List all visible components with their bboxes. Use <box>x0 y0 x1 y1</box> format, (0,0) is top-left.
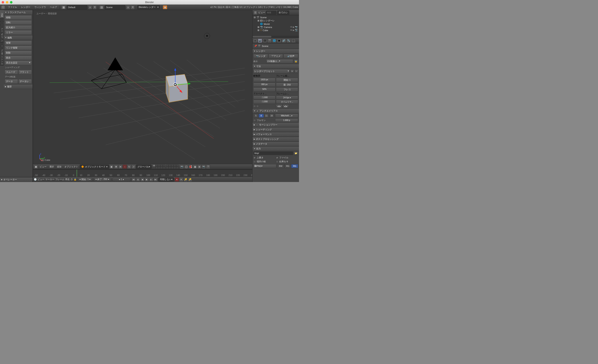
timeline-editor[interactable]: -50-40-30-20-100102030405060708090100110… <box>33 169 252 177</box>
orientation-dropdown[interactable]: グローバル ▾ <box>136 165 152 169</box>
data-button[interactable]: データ <box>5 79 18 84</box>
timeline-menu-marker[interactable]: マーカー <box>45 178 54 181</box>
res-y-field[interactable]: 080 px <box>253 83 275 87</box>
panel-motionblur[interactable]: ▶モーションブラー <box>252 122 299 127</box>
editor-type-properties-icon[interactable]: ≡ <box>253 39 257 43</box>
mirror-button[interactable]: ミラー <box>5 30 32 35</box>
output-path-field[interactable]: /tmp/ <box>253 152 293 155</box>
aa-filter-size-field[interactable]: 1.000 p <box>275 119 298 122</box>
remove-scene-button[interactable]: ✕ <box>131 5 134 9</box>
render-icon[interactable]: 📷 <box>295 29 298 32</box>
file-ext-checkbox[interactable]: ファイル <box>276 156 298 159</box>
add-layout-button[interactable]: + <box>88 5 92 9</box>
auto-keyframe-button[interactable]: ● <box>175 178 179 182</box>
tab-world-icon[interactable]: 🌐 <box>272 39 277 43</box>
aa-11-button[interactable]: 11 <box>264 114 269 118</box>
cache-result-checkbox[interactable]: 結果をキ <box>276 160 298 163</box>
shade-flat-button[interactable]: フラット <box>18 70 32 74</box>
tree-world[interactable]: 🌐 World <box>253 22 299 25</box>
tree-renderlayers[interactable]: ⊞🎞 レンダーレ <box>253 19 299 22</box>
display-mode-dropdown[interactable]: UV画像エ...▾ <box>266 59 293 64</box>
zoom-window-button[interactable] <box>10 1 12 4</box>
render-engine-dropdown[interactable]: Blenderレンダー▾ <box>137 5 160 9</box>
tree-cube[interactable]: ⊞▽ Cube👁▶📷 <box>253 29 299 32</box>
3d-viewport[interactable]: ユーザー・透視投影 <box>33 10 252 182</box>
aa-filter-dropdown[interactable]: Mitchell-...▾ <box>275 114 298 118</box>
start-frame-field[interactable]: ◂開始: 1▸ <box>77 177 93 182</box>
minimize-window-button[interactable] <box>6 1 8 4</box>
outliner-search-input[interactable] <box>266 11 276 15</box>
add-scene-button[interactable]: + <box>126 5 130 9</box>
close-window-button[interactable] <box>2 1 4 4</box>
opengl-anim-icon[interactable]: 🎬 <box>206 165 210 169</box>
manipulator-rotate-icon[interactable]: ↻ <box>127 165 131 169</box>
panel-header-edit[interactable]: ▼編集 <box>4 35 33 40</box>
scene-dropdown[interactable]: Scene <box>105 5 125 9</box>
jump-start-button[interactable]: ⏮ <box>132 178 136 181</box>
tab-create[interactable]: 作成 <box>0 18 4 22</box>
tab-object-icon[interactable]: ▣ <box>277 39 281 43</box>
jump-end-button[interactable]: ⏭ <box>153 178 158 181</box>
remove-layout-button[interactable]: ✕ <box>93 5 97 9</box>
jump-next-keyframe-button[interactable]: ⏵ <box>149 178 153 181</box>
editor-type-icon[interactable]: ⓘ <box>1 5 5 9</box>
render-icon[interactable]: 📷 <box>295 26 298 28</box>
scale-button[interactable]: 拡大縮小 <box>5 25 32 30</box>
outliner-scrollbar[interactable] <box>252 36 299 38</box>
screen-browse-icon[interactable]: ▦ <box>61 5 66 9</box>
panel-antialias[interactable]: ▼アンチエイリアス <box>252 109 299 113</box>
tab-physics[interactable]: 物理演算 <box>0 42 4 46</box>
full-sample-checkbox[interactable]: フルサン <box>253 119 274 122</box>
scene-browse-icon[interactable]: ▤ <box>99 5 104 9</box>
outliner-filter-dropdown[interactable]: 全てのシ <box>277 11 289 15</box>
snap-icon[interactable]: 🧲 <box>189 165 193 169</box>
editor-type-3dview-icon[interactable]: ▣ <box>34 165 38 169</box>
bw-mode-button[interactable]: BW <box>277 164 284 168</box>
panel-metadata[interactable]: ▶メタデータ <box>252 142 299 146</box>
viewport-shading-icon[interactable]: ◉ <box>109 165 114 169</box>
menu-object[interactable]: オブジェクト <box>63 165 79 169</box>
aa-8-button[interactable]: 8 <box>258 114 264 118</box>
render-image-button[interactable]: 📷レンダ <box>253 54 268 58</box>
rgb-mode-button[interactable]: RG <box>284 164 291 168</box>
shade-smooth-button[interactable]: スムーズ <box>5 70 18 74</box>
overwrite-checkbox[interactable]: 上書き <box>253 156 275 159</box>
panel-header-history[interactable]: ▶履歴 <box>4 84 33 89</box>
editor-type-outliner-icon[interactable]: ☰ <box>253 11 257 15</box>
tab-scene-icon[interactable]: 🎬 <box>267 39 272 43</box>
res-pct-field[interactable]: 50% <box>253 87 275 92</box>
sync-mode-dropdown[interactable]: 同期しない ▾ <box>158 178 174 182</box>
aa-5-button[interactable]: 5 <box>253 114 258 118</box>
translate-button[interactable]: 移動 <box>5 15 32 20</box>
layer-buttons[interactable] <box>153 165 179 169</box>
tree-scene[interactable]: ⊟🎬 Scene <box>253 16 299 19</box>
placeholders-checkbox[interactable]: 場所の確 <box>253 160 275 163</box>
keying-set-icon[interactable]: ▾ <box>179 178 183 182</box>
outliner-menu-view[interactable]: ビュー <box>258 11 265 14</box>
aspect-x-field[interactable]: : 1.000 <box>253 96 275 99</box>
panel-header-transform[interactable]: ▼トランスフォーム <box>4 10 33 15</box>
manipulator-translate-icon[interactable]: ↕ <box>123 165 127 169</box>
render-anim-button[interactable]: 🎬アニメ <box>268 54 283 58</box>
insert-keyframe-icon[interactable]: 🔑 <box>183 178 188 182</box>
menu-view[interactable]: ビュー <box>38 165 48 169</box>
panel-render[interactable]: ▼レンダー <box>252 49 299 54</box>
menu-help[interactable]: ヘルプ <box>48 5 58 9</box>
delete-button[interactable]: 削除 <box>5 50 32 55</box>
snap-target-icon[interactable]: ⊕ <box>197 165 201 169</box>
manipulator-toggle-icon[interactable]: ⬌ <box>118 165 123 169</box>
time-cursor[interactable] <box>77 170 77 177</box>
range-toggle-icon[interactable]: ⏱ <box>71 178 73 181</box>
menu-window[interactable]: ウィンドウ <box>33 5 48 9</box>
tab-renderlayers-icon[interactable]: 🎞 <box>262 39 267 43</box>
render-audio-button[interactable]: 🔊音声 <box>283 54 298 58</box>
preset-remove-button[interactable]: − <box>294 70 298 73</box>
tab-render-icon[interactable]: 📷 <box>258 39 262 43</box>
jump-prev-keyframe-button[interactable]: ⏴ <box>136 178 140 181</box>
lock-camera-icon[interactable]: 📷 <box>180 165 184 169</box>
panel-performance[interactable]: ▶パフォーマンス <box>252 132 299 137</box>
old-mapping-field[interactable]: ◂1▸ <box>276 104 282 108</box>
eye-icon[interactable]: 👁 <box>290 26 292 28</box>
pivot-icon[interactable]: ✥ <box>114 165 118 169</box>
tab-relations[interactable]: 関係 <box>0 22 4 25</box>
